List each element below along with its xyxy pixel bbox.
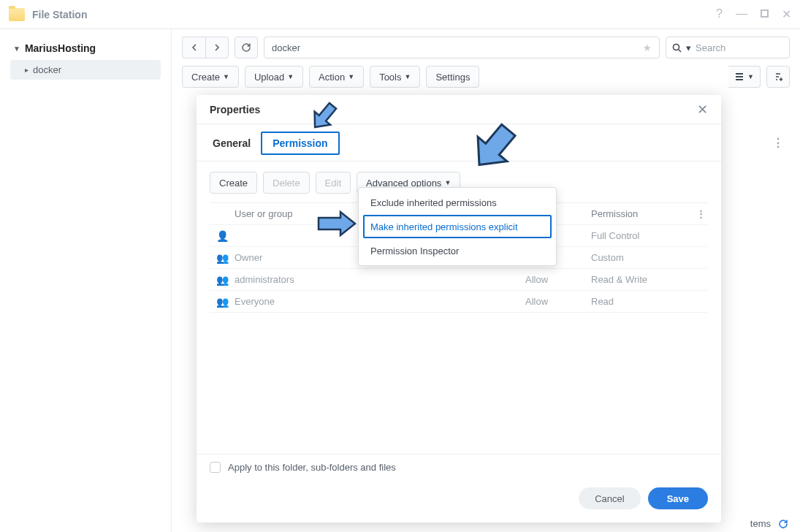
dialog-title: Properties [210, 104, 260, 115]
tree-child-label: docker [33, 64, 61, 75]
group-icon: 👥 [210, 296, 235, 308]
perm-edit-button[interactable]: Edit [316, 172, 351, 194]
create-button[interactable]: Create▼ [182, 66, 239, 88]
menu-make-explicit[interactable]: Make inherited permissions explicit [363, 215, 552, 238]
group-icon: 👥 [210, 274, 235, 286]
perm-create-button[interactable]: Create [210, 172, 257, 194]
favorite-star-icon[interactable]: ★ [643, 42, 652, 53]
close-icon[interactable]: ✕ [782, 7, 791, 21]
annotation-arrow-3 [313, 208, 359, 240]
path-input[interactable]: docker ★ [264, 37, 660, 58]
apply-label: Apply to this folder, sub-folders and fi… [228, 462, 396, 473]
footer-items-label: tems [750, 518, 771, 529]
tree-root[interactable]: ▼ MariusHosting [10, 38, 161, 58]
refresh-button[interactable] [235, 37, 258, 58]
col-options-icon[interactable]: ⋮ [693, 208, 708, 219]
list-options-icon[interactable]: ⋮ [772, 136, 784, 150]
app-title: File Station [32, 9, 87, 20]
refresh-small-icon[interactable] [778, 519, 788, 529]
minimize-icon[interactable]: — [736, 7, 747, 21]
properties-dialog: Properties ✕ General Permission Create D… [197, 95, 721, 522]
tree-item-docker[interactable]: ▸ docker [10, 60, 161, 80]
advanced-options-menu: Exclude inherited permissions Make inher… [358, 187, 557, 266]
settings-button[interactable]: Settings [426, 66, 479, 88]
sort-icon [773, 72, 783, 82]
sort-button[interactable] [766, 66, 790, 88]
group-icon: 👥 [210, 252, 235, 264]
chevron-left-icon [191, 44, 198, 51]
apply-checkbox[interactable] [210, 462, 221, 473]
help-icon[interactable]: ? [716, 7, 723, 21]
upload-button[interactable]: Upload▼ [245, 66, 303, 88]
annotation-arrow-1 [307, 99, 339, 136]
search-placeholder: Search [696, 42, 725, 53]
search-icon [672, 43, 682, 53]
tree-root-label: MariusHosting [25, 42, 96, 54]
dialog-close-icon[interactable]: ✕ [697, 102, 708, 118]
sidebar: ▼ MariusHosting ▸ docker [0, 29, 172, 532]
chevron-right-icon [213, 44, 221, 51]
menu-permission-inspector[interactable]: Permission Inspector [359, 239, 556, 262]
maximize-icon[interactable] [761, 7, 769, 21]
annotation-arrow-2 [463, 120, 522, 178]
cancel-button[interactable]: Cancel [579, 487, 640, 509]
tab-general[interactable]: General [210, 132, 254, 161]
action-button[interactable]: Action▼ [309, 66, 364, 88]
view-list-button[interactable]: ▼ [728, 66, 761, 88]
refresh-icon [241, 42, 251, 53]
col-permission: Permission [591, 208, 693, 219]
nav-forward-button[interactable] [205, 37, 229, 58]
user-icon: 👤 [210, 230, 235, 242]
tools-button[interactable]: Tools▼ [370, 66, 420, 88]
search-input[interactable]: ▾ Search [666, 37, 790, 58]
perm-row[interactable]: 👥 Everyone Allow Read [210, 291, 708, 313]
app-folder-icon [9, 8, 25, 21]
list-icon [734, 72, 744, 81]
caret-down-icon: ▼ [13, 45, 20, 53]
save-button[interactable]: Save [648, 487, 708, 509]
perm-row[interactable]: 👥 administrators Allow Read & Write [210, 269, 708, 291]
titlebar: File Station ? — ✕ [0, 0, 800, 29]
caret-right-icon: ▸ [25, 66, 28, 74]
nav-back-button[interactable] [182, 37, 205, 58]
svg-point-0 [674, 44, 679, 50]
menu-exclude-inherited[interactable]: Exclude inherited permissions [359, 191, 556, 214]
perm-delete-button[interactable]: Delete [263, 172, 310, 194]
path-value: docker [272, 42, 300, 53]
